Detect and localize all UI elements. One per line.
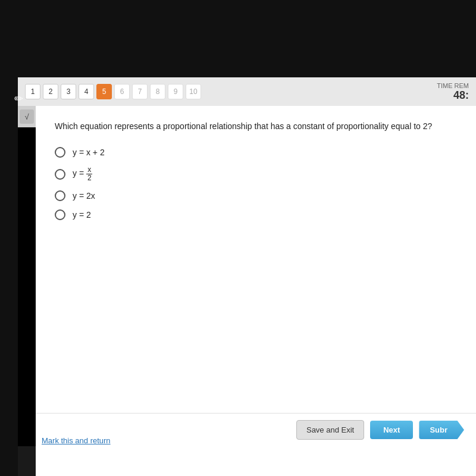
question-nav-5[interactable]: 5	[96, 84, 112, 99]
next-button[interactable]: Next	[370, 421, 413, 439]
sqrt-tool-button[interactable]: √	[20, 109, 34, 124]
answer-options: y = x + 2 y = x 2 y = 2x y = 2	[55, 147, 457, 220]
option-a[interactable]: y = x + 2	[55, 147, 457, 158]
question-nav-1[interactable]: 1	[25, 84, 40, 99]
option-c[interactable]: y = 2x	[55, 190, 457, 201]
question-text: Which equation represents a proportional…	[55, 120, 457, 133]
black-background-left	[0, 77, 18, 476]
radio-b[interactable]	[55, 169, 65, 180]
option-c-text: y = 2x	[73, 191, 95, 201]
option-d[interactable]: y = 2	[55, 209, 457, 220]
timer-display: TIME REM 48:	[437, 82, 469, 102]
question-nav-10[interactable]: 10	[186, 84, 201, 99]
option-b[interactable]: y = x 2	[55, 166, 457, 182]
question-nav-bar: 1 2 3 4 5 6 7 8 9 10 TIME REM 48:	[18, 77, 476, 106]
sidebar-tools: √	[18, 106, 36, 127]
radio-a[interactable]	[55, 147, 65, 158]
question-nav-9[interactable]: 9	[168, 84, 183, 99]
question-nav-3[interactable]: 3	[61, 84, 76, 99]
save-exit-button[interactable]: Save and Exit	[296, 420, 364, 440]
question-nav-4[interactable]: 4	[79, 84, 94, 99]
black-background-top	[0, 0, 476, 77]
question-nav-7[interactable]: 7	[132, 84, 148, 99]
option-a-text: y = x + 2	[73, 148, 105, 157]
option-d-text: y = 2	[73, 210, 91, 220]
pencil-tool-icon[interactable]: ✏	[14, 92, 23, 105]
option-b-text: y = x 2	[73, 166, 93, 182]
question-nav-2[interactable]: 2	[43, 84, 58, 99]
question-nav-8[interactable]: 8	[150, 84, 165, 99]
radio-d[interactable]	[55, 209, 65, 220]
submit-button[interactable]: Subr	[419, 421, 464, 439]
question-nav-6[interactable]: 6	[114, 84, 130, 99]
fraction-x-over-2: x 2	[86, 166, 93, 182]
radio-c[interactable]	[55, 190, 65, 201]
mark-return-link[interactable]: Mark this and return	[42, 436, 111, 445]
